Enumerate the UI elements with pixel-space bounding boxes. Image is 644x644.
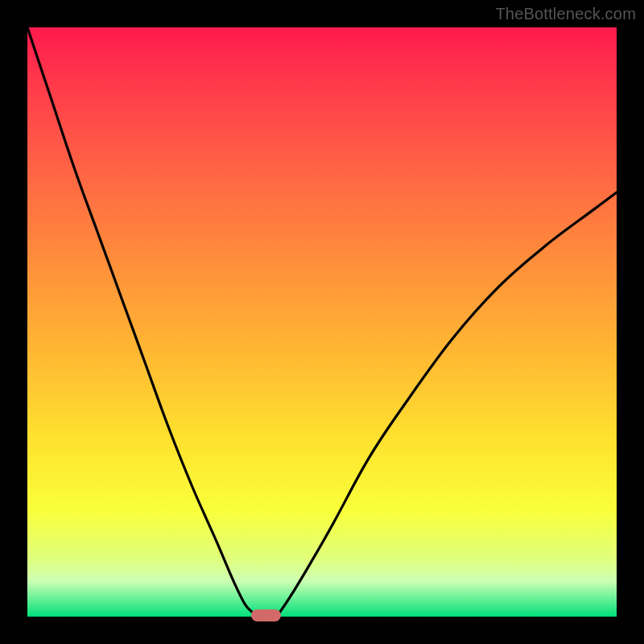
watermark-text: TheBottleneck.com	[495, 5, 636, 23]
chart-frame: TheBottleneck.com	[0, 0, 644, 644]
bottleneck-curve	[27, 27, 617, 617]
optimal-marker	[251, 609, 281, 621]
plot-area	[27, 27, 617, 617]
